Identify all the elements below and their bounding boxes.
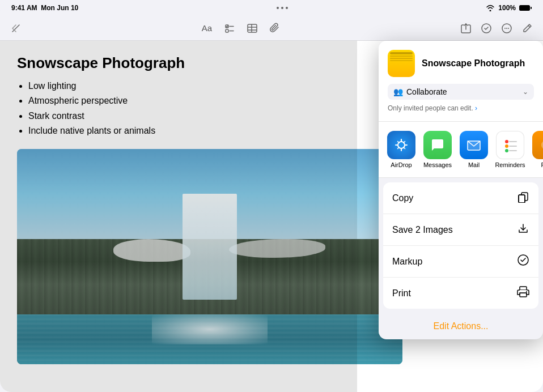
table-icon[interactable] (245, 22, 259, 35)
toolbar: Aa (0, 16, 543, 41)
svg-point-37 (526, 291, 527, 292)
dim-overlay (0, 41, 357, 392)
svg-point-26 (505, 149, 508, 152)
share-sheet: Snowscape Photograph 👥 Collaborate ⌄ Onl… (379, 41, 543, 339)
more-icon[interactable] (500, 22, 514, 35)
markup-toolbar-icon[interactable] (480, 22, 493, 35)
share-app-messages[interactable]: Messages (422, 131, 453, 168)
collaborate-dropdown[interactable]: 👥 Collaborate ⌄ (388, 84, 534, 100)
format-icon[interactable]: Aa (200, 22, 214, 35)
svg-rect-8 (248, 24, 257, 32)
note-icon-line (390, 56, 413, 57)
svg-point-22 (505, 140, 508, 143)
share-header: Snowscape Photograph 👥 Collaborate ⌄ Onl… (379, 41, 543, 122)
checklist-icon[interactable] (223, 22, 236, 35)
freeform-label: Fr... (541, 161, 543, 168)
share-app-reminders[interactable]: Reminders (494, 131, 526, 168)
airdrop-icon (387, 131, 415, 159)
wifi-icon (486, 5, 495, 11)
share-note-title: Snowscape Photograph (422, 58, 525, 69)
toolbar-center: Aa (200, 22, 282, 35)
share-app-freeform[interactable]: F Fr... (531, 131, 543, 168)
battery-icon (519, 5, 532, 11)
toolbar-left (9, 22, 23, 35)
mail-icon (460, 131, 488, 159)
svg-rect-6 (226, 29, 228, 32)
status-bar: 9:41 AM Mon Jun 10 100% (0, 0, 543, 16)
toolbar-right (459, 22, 534, 35)
share-apps-row: AirDrop Messages (379, 122, 543, 178)
airdrop-label: AirDrop (391, 161, 412, 168)
print-icon (517, 286, 529, 301)
note-app-icon (388, 50, 415, 77)
svg-point-16 (506, 28, 507, 29)
share-app-airdrop[interactable]: AirDrop (385, 131, 417, 168)
save-images-label: Save 2 Images (392, 225, 453, 235)
mail-label: Mail (468, 161, 480, 168)
markup-action[interactable]: Markup (383, 246, 538, 278)
svg-rect-35 (520, 287, 527, 290)
save-images-action[interactable]: Save 2 Images (383, 214, 538, 246)
print-label: Print (392, 288, 411, 299)
people-icon: 👥 (393, 87, 403, 96)
note-icon-line (390, 52, 413, 54)
svg-rect-31 (519, 195, 525, 203)
svg-line-18 (528, 25, 530, 27)
main-content: Snowscape Photograph Low lighting Atmosp… (0, 41, 543, 392)
attach-icon[interactable] (268, 22, 282, 35)
invite-text[interactable]: Only invited people can edit. › (388, 104, 534, 112)
copy-label: Copy (392, 193, 413, 203)
battery-label: 100% (498, 4, 516, 12)
share-header-top: Snowscape Photograph (388, 50, 534, 77)
back-icon[interactable] (9, 22, 23, 35)
note-icon-line (390, 60, 413, 61)
svg-rect-0 (519, 5, 530, 11)
collaborate-left: 👥 Collaborate (393, 87, 447, 96)
status-time: 9:41 AM Mon Jun 10 (11, 4, 78, 12)
ipad-frame: 9:41 AM Mon Jun 10 100% (0, 0, 543, 392)
share-icon[interactable] (459, 22, 473, 35)
status-center (277, 7, 288, 9)
status-dot-1 (277, 7, 279, 9)
svg-point-24 (505, 144, 508, 148)
copy-action[interactable]: Copy (383, 182, 538, 214)
svg-point-15 (504, 28, 506, 29)
save-icon (517, 222, 529, 237)
reminders-label: Reminders (495, 161, 525, 168)
status-dot-2 (281, 7, 283, 9)
copy-icon (517, 190, 529, 206)
messages-label: Messages (423, 161, 452, 168)
chevron-down-icon: ⌄ (523, 88, 528, 96)
share-actions: Copy Save 2 Images (383, 182, 538, 309)
share-app-mail[interactable]: Mail (458, 131, 490, 168)
messages-icon (423, 131, 452, 159)
invite-arrow: › (475, 104, 477, 112)
freeform-icon: F (532, 131, 543, 159)
compose-icon[interactable] (520, 22, 534, 35)
note-icon-line (390, 58, 413, 59)
edit-actions-button[interactable]: Edit Actions... (379, 313, 543, 339)
status-right: 100% (486, 4, 532, 12)
markup-label: Markup (392, 257, 422, 267)
svg-point-17 (508, 28, 509, 29)
svg-rect-36 (520, 293, 527, 297)
print-action[interactable]: Print (383, 278, 538, 309)
markup-action-icon (517, 254, 529, 269)
status-dot-3 (286, 7, 288, 9)
svg-rect-1 (531, 7, 532, 9)
collaborate-label: Collaborate (406, 87, 447, 96)
reminders-icon (496, 131, 524, 159)
